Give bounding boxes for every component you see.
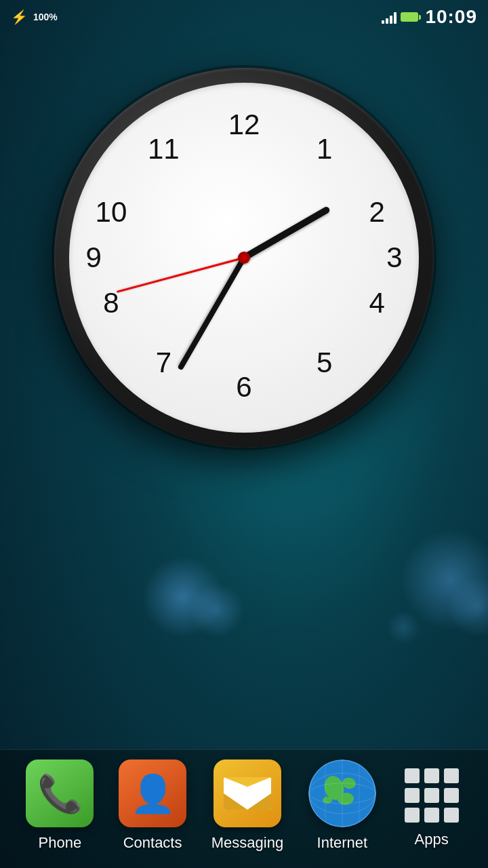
apps-dot-4 bbox=[405, 788, 420, 803]
apps-label: Apps bbox=[415, 831, 449, 848]
clock-num-10: 10 bbox=[96, 196, 127, 229]
dock-item-phone[interactable]: 📞 Phone bbox=[26, 760, 94, 852]
clock-center-cap bbox=[238, 252, 250, 264]
status-time: 10:09 bbox=[425, 6, 477, 28]
status-bar: ⚡ 100% 10:09 bbox=[0, 0, 488, 34]
status-right: 10:09 bbox=[382, 6, 477, 28]
signal-icon bbox=[382, 10, 396, 24]
apps-dot-9 bbox=[444, 808, 459, 823]
apps-dot-2 bbox=[424, 768, 439, 783]
clock-num-5: 5 bbox=[317, 347, 332, 379]
hour-hand bbox=[243, 205, 331, 260]
status-left: ⚡ 100% bbox=[11, 9, 58, 25]
clock-num-7: 7 bbox=[156, 347, 171, 379]
internet-app-icon[interactable] bbox=[308, 760, 376, 827]
apps-dot-7 bbox=[405, 808, 420, 823]
clock-face: 12 1 2 3 4 5 6 7 8 9 10 11 bbox=[69, 83, 419, 433]
clock-num-6: 6 bbox=[236, 371, 251, 403]
clock-widget[interactable]: 12 1 2 3 4 5 6 7 8 9 10 11 bbox=[54, 68, 434, 448]
clock-num-9: 9 bbox=[85, 241, 101, 274]
contacts-glyph: 👤 bbox=[130, 772, 176, 815]
apps-dot-1 bbox=[405, 768, 420, 783]
dock-item-contacts[interactable]: 👤 Contacts bbox=[119, 760, 186, 852]
dock: 📞 Phone 👤 Contacts Messaging bbox=[0, 749, 488, 868]
contacts-app-icon[interactable]: 👤 bbox=[119, 760, 186, 827]
apps-dot-5 bbox=[424, 788, 439, 803]
clock-num-2: 2 bbox=[369, 196, 384, 229]
apps-dot-3 bbox=[444, 768, 459, 783]
dock-item-internet[interactable]: Internet bbox=[308, 760, 376, 852]
phone-label: Phone bbox=[39, 834, 82, 852]
battery-icon bbox=[401, 12, 421, 22]
globe-svg bbox=[308, 760, 376, 827]
clock-num-11: 11 bbox=[148, 133, 180, 165]
contacts-label: Contacts bbox=[123, 834, 182, 852]
envelope-icon bbox=[224, 777, 271, 810]
internet-label: Internet bbox=[317, 834, 368, 852]
phone-app-icon[interactable]: 📞 bbox=[26, 760, 94, 827]
usb-icon: ⚡ bbox=[11, 9, 28, 25]
messaging-app-icon[interactable] bbox=[214, 760, 281, 827]
messaging-label: Messaging bbox=[211, 834, 283, 852]
clock-num-4: 4 bbox=[369, 287, 384, 319]
clock-outer-ring: 12 1 2 3 4 5 6 7 8 9 10 11 bbox=[54, 68, 434, 448]
clock-num-12: 12 bbox=[228, 108, 260, 141]
phone-glyph: 📞 bbox=[37, 772, 83, 815]
dock-item-apps[interactable]: Apps bbox=[401, 763, 462, 848]
dock-item-messaging[interactable]: Messaging bbox=[211, 760, 283, 852]
battery-percent-small: 100% bbox=[33, 12, 58, 22]
apps-dot-8 bbox=[424, 808, 439, 823]
apps-dot-6 bbox=[444, 788, 459, 803]
clock-num-1: 1 bbox=[317, 133, 332, 165]
apps-app-icon[interactable] bbox=[401, 763, 462, 824]
clock-num-3: 3 bbox=[386, 241, 402, 274]
